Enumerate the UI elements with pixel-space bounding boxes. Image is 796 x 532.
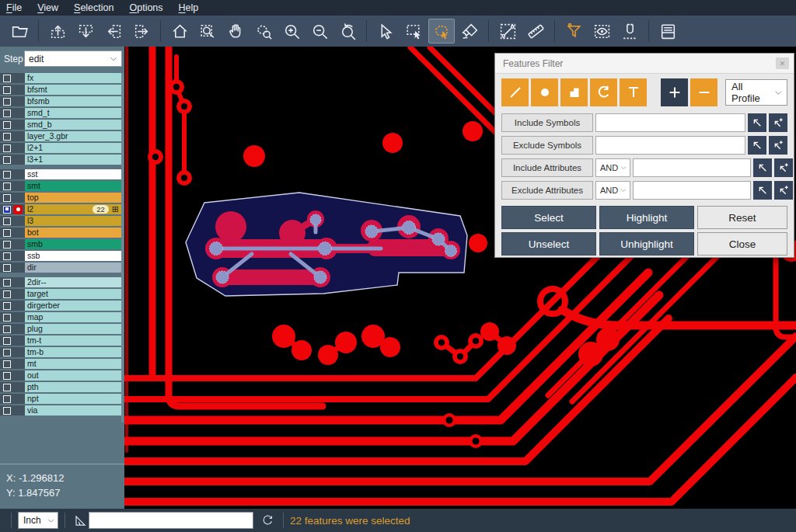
zoom-out-button[interactable] <box>306 19 333 43</box>
features-filter-button[interactable] <box>560 19 587 43</box>
unit-select[interactable]: Inch <box>18 512 58 529</box>
layer-name[interactable]: top <box>25 193 121 203</box>
exclude-symbols-button[interactable]: Exclude Symbols <box>501 136 593 155</box>
layer-name[interactable]: ssb <box>25 251 121 261</box>
include-attributes-pick-add-button[interactable] <box>774 158 793 177</box>
include-symbols-pick-add-button[interactable] <box>769 113 787 132</box>
reset-button[interactable]: Reset <box>697 206 787 229</box>
layer-visibility-checkbox[interactable] <box>3 156 11 164</box>
layer-visibility-checkbox[interactable] <box>3 133 11 141</box>
grid-icon[interactable]: ⊞ <box>112 205 119 214</box>
layer-visibility-checkbox[interactable] <box>3 279 11 287</box>
layer-name[interactable]: l3+1 <box>25 155 121 165</box>
zoom-window-button[interactable] <box>194 19 221 43</box>
menu-item-selection[interactable]: Selection <box>74 2 113 13</box>
unselect-button[interactable]: Unselect <box>501 232 596 256</box>
zoom-previous-button[interactable] <box>334 19 361 43</box>
active-layer-indicator[interactable] <box>13 205 23 214</box>
layer-name[interactable]: smb <box>25 239 121 249</box>
pad-toggle-button[interactable] <box>531 78 558 106</box>
layer-name[interactable]: l222⊞ <box>25 204 121 214</box>
exclude-attributes-pick-button[interactable] <box>753 181 772 200</box>
layer-visibility-checkbox[interactable] <box>3 407 11 415</box>
layer-name[interactable]: pth <box>25 382 121 392</box>
remove-toggle-button[interactable] <box>690 78 717 106</box>
highlight-button[interactable]: Highlight <box>599 206 694 229</box>
pan-button[interactable] <box>222 19 249 43</box>
layer-name[interactable]: tm-b <box>25 347 121 357</box>
snap-button[interactable] <box>616 19 643 43</box>
layer-name[interactable]: l3 <box>25 216 121 226</box>
include-attributes-operator-select[interactable]: AND <box>595 158 630 177</box>
layer-visibility-checkbox[interactable] <box>3 349 11 356</box>
select-button[interactable] <box>372 19 399 43</box>
layer-name[interactable]: map <box>25 312 121 322</box>
include-attributes-button[interactable]: Include Attributes <box>501 158 593 177</box>
layer-visibility-checkbox[interactable] <box>3 217 11 225</box>
layer-name[interactable]: bot <box>25 228 121 238</box>
layer-visibility-checkbox[interactable] <box>3 86 11 94</box>
layer-visibility-checkbox[interactable] <box>3 183 11 190</box>
layer-visibility-checkbox[interactable] <box>3 337 11 345</box>
surface-toggle-button[interactable] <box>560 78 588 106</box>
layer-visibility-checkbox[interactable] <box>3 229 11 237</box>
exclude-attributes-input[interactable] <box>633 181 751 200</box>
menu-item-view[interactable]: View <box>37 2 58 13</box>
layer-visibility-checkbox[interactable] <box>3 314 11 322</box>
layer-visibility-checkbox[interactable] <box>3 144 11 152</box>
angle-measure-icon[interactable] <box>72 512 89 529</box>
include-symbols-input[interactable] <box>595 113 745 132</box>
layer-name[interactable]: out <box>25 370 121 381</box>
layer-name[interactable]: dirgerber <box>25 301 121 311</box>
layer-name[interactable]: smt <box>25 181 121 191</box>
menu-item-help[interactable]: Help <box>179 2 199 13</box>
layer-name[interactable]: mt <box>25 359 121 369</box>
home-button[interactable] <box>166 19 193 43</box>
layer-visibility-checkbox[interactable] <box>3 384 11 391</box>
view-down-button[interactable] <box>72 19 99 43</box>
line-toggle-button[interactable] <box>501 78 529 106</box>
include-attributes-input[interactable] <box>633 158 751 177</box>
layer-visibility-checkbox[interactable] <box>3 264 11 272</box>
select-button[interactable]: Select <box>501 206 596 229</box>
profile-select[interactable]: All Profile <box>725 79 787 106</box>
layer-name[interactable]: sst <box>25 169 121 179</box>
exclude-symbols-input[interactable] <box>595 136 745 155</box>
exclude-symbols-pick-button[interactable] <box>748 136 766 155</box>
layer-name[interactable]: layer_3.gbr <box>25 131 121 141</box>
layer-visibility-checkbox[interactable] <box>3 75 11 82</box>
zoom-in-button[interactable] <box>278 19 305 43</box>
layers-form-button[interactable] <box>655 19 681 43</box>
exclude-attributes-button[interactable]: Exclude Attributes <box>501 181 593 200</box>
layer-visibility-checkbox[interactable] <box>3 290 11 298</box>
include-symbols-pick-button[interactable] <box>748 113 766 132</box>
step-select[interactable]: edit <box>24 50 122 67</box>
zoom-object-button[interactable] <box>250 19 277 43</box>
layer-name[interactable]: bfsmt <box>25 85 121 95</box>
exclude-attributes-operator-select[interactable]: AND <box>595 181 630 200</box>
text-toggle-button[interactable] <box>620 78 647 106</box>
layer-visibility-checkbox[interactable] <box>3 206 11 214</box>
close-button[interactable]: Close <box>697 232 787 256</box>
layer-visibility-checkbox[interactable] <box>3 395 11 403</box>
layer-name[interactable]: fx <box>25 73 121 83</box>
layer-name[interactable]: plug <box>25 324 121 334</box>
layer-name[interactable]: l2+1 <box>25 143 121 153</box>
view-up-button[interactable] <box>44 19 71 43</box>
layer-list-scrollbar[interactable] <box>121 73 124 422</box>
layer-visibility-checkbox[interactable] <box>3 302 11 310</box>
layer-name[interactable]: bfsmb <box>25 96 121 106</box>
arc-toggle-button[interactable] <box>590 78 617 106</box>
unhighlight-button[interactable]: Unhighlight <box>599 232 694 256</box>
exclude-attributes-pick-add-button[interactable] <box>774 181 793 200</box>
select-polygon-button[interactable] <box>428 19 455 43</box>
layer-name[interactable]: tm-t <box>25 336 121 346</box>
measure-ruler-button[interactable] <box>522 19 549 43</box>
clear-button[interactable] <box>456 19 483 43</box>
measure-line-button[interactable] <box>494 19 521 43</box>
layer-name[interactable]: via <box>25 405 121 416</box>
menu-item-options[interactable]: Options <box>129 2 162 13</box>
layer-visibility-checkbox[interactable] <box>3 372 11 380</box>
layer-visibility-checkbox[interactable] <box>3 325 11 333</box>
layer-name[interactable]: smd_t <box>25 108 121 118</box>
